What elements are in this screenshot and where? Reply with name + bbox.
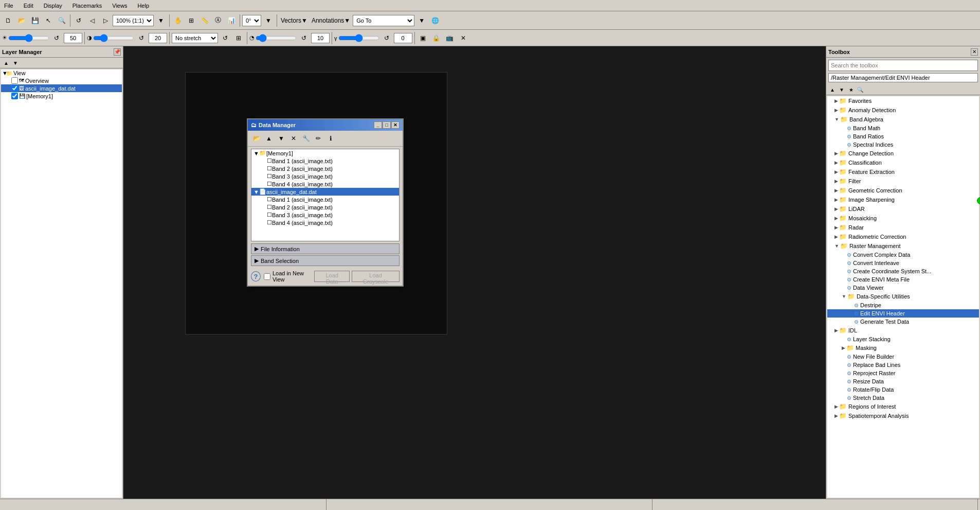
contrast-reset-btn[interactable]: ↺ <box>135 31 148 45</box>
toolbox-item-17[interactable]: ⚙Convert Complex Data <box>827 251 979 259</box>
flatten-btn[interactable]: ▣ <box>417 31 429 45</box>
dialog-open-btn[interactable]: 📂 <box>251 133 262 144</box>
annotations-btn[interactable]: Annotations▼ <box>310 14 352 27</box>
zoom-in-btn[interactable]: 🔍 <box>56 14 68 27</box>
toolbox-search-input[interactable] <box>828 60 978 71</box>
toolbox-item-31[interactable]: ⚙Reproject Raster <box>827 369 979 377</box>
dm-band3-m[interactable]: ☐ Band 3 (ascii_image.txt) <box>251 172 399 180</box>
toolbox-item-22[interactable]: ▼📁Data-Specific Utilities <box>827 292 979 301</box>
toolbox-item-33[interactable]: ⚙Rotate/Flip Data <box>827 385 979 394</box>
toolbox-item-36[interactable]: ▶📁Spatiotemporal Analysis <box>827 411 979 420</box>
close-display-btn[interactable]: ✕ <box>457 31 469 45</box>
toolbox-item-35[interactable]: ▶📁Regions of Interest <box>827 402 979 411</box>
toolbox-back-btn[interactable]: ▲ <box>828 85 837 94</box>
dm-band4-m[interactable]: ☐ Band 4 (ascii_image.txt) <box>251 180 399 188</box>
opacity-slider[interactable] <box>256 34 297 42</box>
dialog-down-btn[interactable]: ▼ <box>276 133 287 144</box>
goto-btn[interactable]: ▼ <box>415 14 428 27</box>
profile-btn[interactable]: 📊 <box>225 14 238 27</box>
toolbox-favorites-btn[interactable]: ★ <box>847 85 855 94</box>
toolbox-item-14[interactable]: ▶📁Radar <box>827 223 979 232</box>
toolbox-item-2[interactable]: ▼📁Band Algebra <box>827 115 979 124</box>
layer-expand-btn[interactable]: ▼ <box>11 59 20 67</box>
dialog-delete-btn[interactable]: ✕ <box>288 133 299 144</box>
toolbox-item-7[interactable]: ▶📁Classification <box>827 158 979 167</box>
file-info-header[interactable]: ▶ File Information <box>251 243 400 254</box>
load-new-view-checkbox[interactable] <box>264 273 270 280</box>
measure-btn[interactable]: 📏 <box>198 14 211 27</box>
display-btn[interactable]: 📺 <box>444 31 456 45</box>
dialog-tools-btn[interactable]: 🔧 <box>300 133 312 144</box>
brightness-slider[interactable] <box>8 34 49 42</box>
refresh-btn[interactable]: ↺ <box>72 14 85 27</box>
toolbox-item-28[interactable]: ▶📁Masking <box>827 343 979 353</box>
opacity-reset-btn[interactable]: ↺ <box>298 31 310 45</box>
ascii-checkbox[interactable] <box>11 85 18 92</box>
dm-band1-a[interactable]: ☐ Band 1 (ascii_image.txt) <box>251 196 399 203</box>
toolbox-item-15[interactable]: ▶📁Radiometric Correction <box>827 232 979 241</box>
toolbox-close-btn[interactable]: ✕ <box>971 48 978 56</box>
toolbox-item-34[interactable]: ⚙Stretch Data <box>827 394 979 402</box>
menu-views[interactable]: Views <box>110 2 129 10</box>
dialog-edit-btn[interactable]: ✏ <box>313 133 324 144</box>
toolbox-item-1[interactable]: ▶📁Anomaly Detection <box>827 105 979 115</box>
toolbox-item-9[interactable]: ▶📁Filter <box>827 177 979 186</box>
dm-band3-a[interactable]: ☐ Band 3 (ascii_image.txt) <box>251 211 399 219</box>
map-canvas[interactable] <box>123 46 826 499</box>
stretch-select[interactable]: No stretch Linear Equalization <box>172 33 218 43</box>
overview-checkbox[interactable] <box>11 77 18 84</box>
new-btn[interactable]: 🗋 <box>2 14 14 27</box>
toolbox-item-32[interactable]: ⚙Resize Data <box>827 377 979 385</box>
portal-btn[interactable]: 🌐 <box>429 14 441 27</box>
band-selection-header[interactable]: ▶ Band Selection <box>251 255 400 266</box>
dm-band2-a[interactable]: ☐ Band 2 (ascii_image.txt) <box>251 203 399 211</box>
zoom-select[interactable]: 100% (1:1) <box>113 15 154 26</box>
menu-placemarks[interactable]: Placemarks <box>70 2 104 10</box>
toolbox-search-btn[interactable]: 🔍 <box>856 85 864 94</box>
layer-tree-ascii[interactable]: 🖼 ascii_image_dat.dat <box>1 84 122 92</box>
toolbox-item-12[interactable]: ▶📁LiDAR <box>827 204 979 214</box>
dialog-up-btn[interactable]: ▲ <box>263 133 275 144</box>
layer-tree-view[interactable]: ▼ 📁 View <box>1 69 122 77</box>
toolbox-item-13[interactable]: ▶📁Mosaicking <box>827 214 979 223</box>
brightness-reset-btn[interactable]: ↺ <box>50 31 63 45</box>
toolbox-forward-btn[interactable]: ▼ <box>838 85 846 94</box>
lock-btn[interactable]: 🔒 <box>430 31 443 45</box>
pan-btn[interactable]: ✋ <box>172 14 184 27</box>
toolbox-item-10[interactable]: ▶📁Geometric Correction <box>827 186 979 195</box>
contrast-slider[interactable] <box>93 34 134 42</box>
gamma-slider[interactable] <box>338 34 379 42</box>
toolbox-item-3[interactable]: ⚙Band Math <box>827 124 979 132</box>
toolbox-item-16[interactable]: ▼📁Raster Management <box>827 241 979 251</box>
toolbox-item-4[interactable]: ⚙Band Ratios <box>827 132 979 140</box>
dialog-minimize-btn[interactable]: _ <box>374 121 382 129</box>
rotation-apply-btn[interactable]: ▼ <box>262 14 275 27</box>
toolbox-item-0[interactable]: ▶📁Favorites <box>827 96 979 105</box>
toolbox-item-29[interactable]: ⚙New File Builder <box>827 353 979 361</box>
toolbox-item-26[interactable]: ▶📁IDL <box>827 326 979 335</box>
dialog-titlebar[interactable]: 🗂 Data Manager _ □ ✕ <box>248 119 403 131</box>
save-btn[interactable]: 💾 <box>29 14 41 27</box>
toolbox-item-21[interactable]: ⚙Data Viewer <box>827 284 979 292</box>
dialog-close-btn[interactable]: ✕ <box>391 121 400 129</box>
open-btn[interactable]: 📂 <box>15 14 28 27</box>
dialog-info-btn[interactable]: ℹ <box>325 133 336 144</box>
layer-manager-pin-btn[interactable]: 📌 <box>114 48 121 56</box>
layer-tree-overview[interactable]: 🗺 Overview <box>1 77 122 84</box>
rotation-select[interactable]: 0° <box>242 15 261 26</box>
toolbox-item-25[interactable]: ⚙Generate Test Data <box>827 318 979 326</box>
menu-help[interactable]: Help <box>135 2 151 10</box>
annotate-btn[interactable]: Ⓐ <box>212 14 224 27</box>
back-btn[interactable]: ◁ <box>86 14 98 27</box>
menu-edit[interactable]: Edit <box>22 2 35 10</box>
dm-band4-a[interactable]: ☐ Band 4 (ascii_image.txt) <box>251 219 399 226</box>
dm-band1-m[interactable]: ☐ Band 1 (ascii_image.txt) <box>251 157 399 165</box>
toolbox-item-8[interactable]: ▶📁Feature Extraction <box>827 167 979 177</box>
load-grayscale-btn[interactable]: Load Grayscale <box>352 271 400 282</box>
toolbox-item-6[interactable]: ▶📁Change Detection <box>827 149 979 158</box>
layer-collapse-btn[interactable]: ▲ <box>2 59 10 67</box>
memory-checkbox[interactable] <box>11 93 18 99</box>
pointer-btn[interactable]: ↖ <box>42 14 55 27</box>
dialog-maximize-btn[interactable]: □ <box>383 121 391 129</box>
load-data-btn[interactable]: Load Data <box>314 271 350 282</box>
